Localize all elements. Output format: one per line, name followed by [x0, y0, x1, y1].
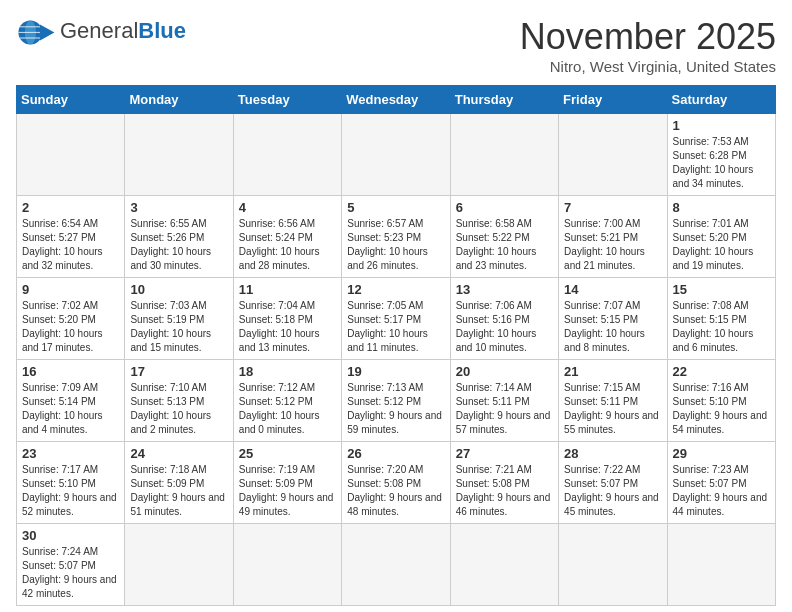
day-info: Sunrise: 7:14 AM Sunset: 5:11 PM Dayligh… — [456, 381, 553, 437]
calendar-week-2: 9Sunrise: 7:02 AM Sunset: 5:20 PM Daylig… — [17, 278, 776, 360]
day-info: Sunrise: 7:12 AM Sunset: 5:12 PM Dayligh… — [239, 381, 336, 437]
calendar-week-3: 16Sunrise: 7:09 AM Sunset: 5:14 PM Dayli… — [17, 360, 776, 442]
calendar-cell — [17, 114, 125, 196]
day-info: Sunrise: 7:00 AM Sunset: 5:21 PM Dayligh… — [564, 217, 661, 273]
day-number: 25 — [239, 446, 336, 461]
calendar-cell: 12Sunrise: 7:05 AM Sunset: 5:17 PM Dayli… — [342, 278, 450, 360]
day-info: Sunrise: 7:22 AM Sunset: 5:07 PM Dayligh… — [564, 463, 661, 519]
day-number: 30 — [22, 528, 119, 543]
calendar-cell — [125, 524, 233, 606]
day-number: 22 — [673, 364, 770, 379]
calendar-cell: 30Sunrise: 7:24 AM Sunset: 5:07 PM Dayli… — [17, 524, 125, 606]
day-number: 10 — [130, 282, 227, 297]
day-info: Sunrise: 7:07 AM Sunset: 5:15 PM Dayligh… — [564, 299, 661, 355]
month-title: November 2025 — [520, 16, 776, 58]
day-number: 5 — [347, 200, 444, 215]
calendar-cell: 11Sunrise: 7:04 AM Sunset: 5:18 PM Dayli… — [233, 278, 341, 360]
calendar-week-0: 1Sunrise: 7:53 AM Sunset: 6:28 PM Daylig… — [17, 114, 776, 196]
calendar-cell: 24Sunrise: 7:18 AM Sunset: 5:09 PM Dayli… — [125, 442, 233, 524]
day-number: 1 — [673, 118, 770, 133]
day-number: 27 — [456, 446, 553, 461]
day-number: 23 — [22, 446, 119, 461]
day-number: 15 — [673, 282, 770, 297]
day-number: 29 — [673, 446, 770, 461]
day-info: Sunrise: 6:58 AM Sunset: 5:22 PM Dayligh… — [456, 217, 553, 273]
calendar-cell: 29Sunrise: 7:23 AM Sunset: 5:07 PM Dayli… — [667, 442, 775, 524]
day-number: 6 — [456, 200, 553, 215]
calendar-cell — [559, 524, 667, 606]
day-number: 3 — [130, 200, 227, 215]
calendar-cell — [450, 524, 558, 606]
day-number: 11 — [239, 282, 336, 297]
column-header-wednesday: Wednesday — [342, 86, 450, 114]
day-number: 20 — [456, 364, 553, 379]
day-number: 26 — [347, 446, 444, 461]
calendar-cell: 16Sunrise: 7:09 AM Sunset: 5:14 PM Dayli… — [17, 360, 125, 442]
title-area: November 2025 Nitro, West Virginia, Unit… — [520, 16, 776, 75]
day-number: 8 — [673, 200, 770, 215]
day-info: Sunrise: 6:54 AM Sunset: 5:27 PM Dayligh… — [22, 217, 119, 273]
day-info: Sunrise: 7:18 AM Sunset: 5:09 PM Dayligh… — [130, 463, 227, 519]
day-number: 9 — [22, 282, 119, 297]
calendar-cell: 23Sunrise: 7:17 AM Sunset: 5:10 PM Dayli… — [17, 442, 125, 524]
calendar-cell: 27Sunrise: 7:21 AM Sunset: 5:08 PM Dayli… — [450, 442, 558, 524]
column-header-sunday: Sunday — [17, 86, 125, 114]
day-info: Sunrise: 7:20 AM Sunset: 5:08 PM Dayligh… — [347, 463, 444, 519]
calendar-table: SundayMondayTuesdayWednesdayThursdayFrid… — [16, 85, 776, 606]
day-number: 12 — [347, 282, 444, 297]
calendar-cell — [450, 114, 558, 196]
day-number: 14 — [564, 282, 661, 297]
calendar-cell — [342, 524, 450, 606]
generalblue-icon — [16, 18, 56, 46]
calendar-cell: 6Sunrise: 6:58 AM Sunset: 5:22 PM Daylig… — [450, 196, 558, 278]
calendar-cell: 8Sunrise: 7:01 AM Sunset: 5:20 PM Daylig… — [667, 196, 775, 278]
day-number: 7 — [564, 200, 661, 215]
day-number: 28 — [564, 446, 661, 461]
day-info: Sunrise: 7:10 AM Sunset: 5:13 PM Dayligh… — [130, 381, 227, 437]
column-header-friday: Friday — [559, 86, 667, 114]
day-number: 4 — [239, 200, 336, 215]
day-number: 16 — [22, 364, 119, 379]
day-info: Sunrise: 7:04 AM Sunset: 5:18 PM Dayligh… — [239, 299, 336, 355]
calendar-cell: 18Sunrise: 7:12 AM Sunset: 5:12 PM Dayli… — [233, 360, 341, 442]
day-info: Sunrise: 7:21 AM Sunset: 5:08 PM Dayligh… — [456, 463, 553, 519]
day-info: Sunrise: 7:01 AM Sunset: 5:20 PM Dayligh… — [673, 217, 770, 273]
day-number: 17 — [130, 364, 227, 379]
calendar-week-4: 23Sunrise: 7:17 AM Sunset: 5:10 PM Dayli… — [17, 442, 776, 524]
calendar-cell: 19Sunrise: 7:13 AM Sunset: 5:12 PM Dayli… — [342, 360, 450, 442]
day-info: Sunrise: 7:53 AM Sunset: 6:28 PM Dayligh… — [673, 135, 770, 191]
location-title: Nitro, West Virginia, United States — [520, 58, 776, 75]
day-number: 13 — [456, 282, 553, 297]
calendar-week-5: 30Sunrise: 7:24 AM Sunset: 5:07 PM Dayli… — [17, 524, 776, 606]
svg-marker-5 — [40, 24, 54, 40]
calendar-cell: 7Sunrise: 7:00 AM Sunset: 5:21 PM Daylig… — [559, 196, 667, 278]
calendar-cell: 22Sunrise: 7:16 AM Sunset: 5:10 PM Dayli… — [667, 360, 775, 442]
calendar-cell: 15Sunrise: 7:08 AM Sunset: 5:15 PM Dayli… — [667, 278, 775, 360]
day-number: 2 — [22, 200, 119, 215]
calendar-cell — [125, 114, 233, 196]
column-header-monday: Monday — [125, 86, 233, 114]
day-info: Sunrise: 7:16 AM Sunset: 5:10 PM Dayligh… — [673, 381, 770, 437]
calendar-cell: 17Sunrise: 7:10 AM Sunset: 5:13 PM Dayli… — [125, 360, 233, 442]
calendar-header-row: SundayMondayTuesdayWednesdayThursdayFrid… — [17, 86, 776, 114]
calendar-cell: 20Sunrise: 7:14 AM Sunset: 5:11 PM Dayli… — [450, 360, 558, 442]
calendar-cell: 5Sunrise: 6:57 AM Sunset: 5:23 PM Daylig… — [342, 196, 450, 278]
calendar-week-1: 2Sunrise: 6:54 AM Sunset: 5:27 PM Daylig… — [17, 196, 776, 278]
day-info: Sunrise: 6:55 AM Sunset: 5:26 PM Dayligh… — [130, 217, 227, 273]
day-info: Sunrise: 7:15 AM Sunset: 5:11 PM Dayligh… — [564, 381, 661, 437]
page-header: GeneralBlue November 2025 Nitro, West Vi… — [16, 16, 776, 75]
day-number: 19 — [347, 364, 444, 379]
day-info: Sunrise: 7:13 AM Sunset: 5:12 PM Dayligh… — [347, 381, 444, 437]
day-info: Sunrise: 7:02 AM Sunset: 5:20 PM Dayligh… — [22, 299, 119, 355]
logo: GeneralBlue — [16, 16, 186, 46]
calendar-cell — [559, 114, 667, 196]
calendar-cell: 28Sunrise: 7:22 AM Sunset: 5:07 PM Dayli… — [559, 442, 667, 524]
calendar-cell — [342, 114, 450, 196]
day-info: Sunrise: 7:06 AM Sunset: 5:16 PM Dayligh… — [456, 299, 553, 355]
day-info: Sunrise: 7:09 AM Sunset: 5:14 PM Dayligh… — [22, 381, 119, 437]
day-number: 21 — [564, 364, 661, 379]
day-info: Sunrise: 7:23 AM Sunset: 5:07 PM Dayligh… — [673, 463, 770, 519]
calendar-cell: 21Sunrise: 7:15 AM Sunset: 5:11 PM Dayli… — [559, 360, 667, 442]
day-info: Sunrise: 6:56 AM Sunset: 5:24 PM Dayligh… — [239, 217, 336, 273]
logo-text: GeneralBlue — [60, 20, 186, 42]
